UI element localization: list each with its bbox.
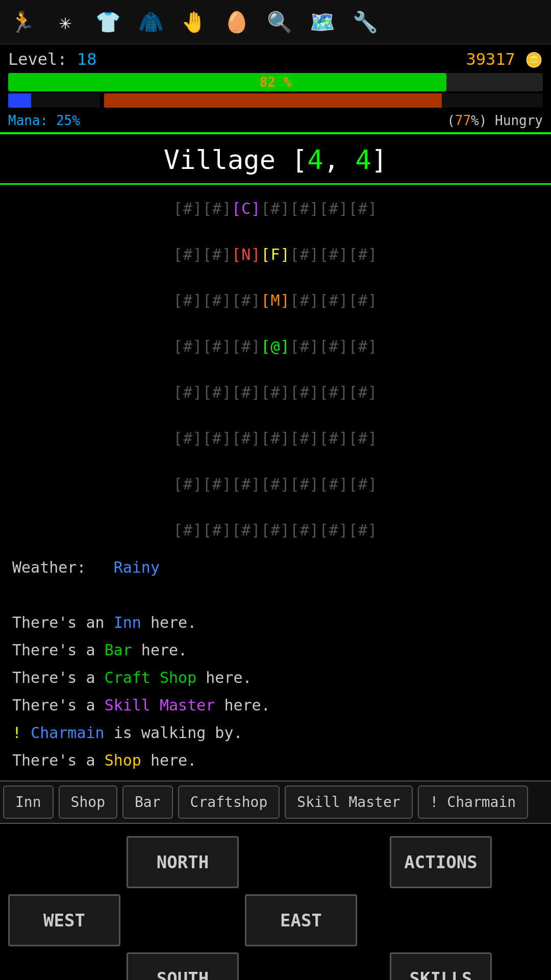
navigation-area: NORTH WEST EAST SOUTH ACTIONS SKILLS	[0, 824, 551, 980]
map-row-0: [#][#][C][#][#][#][#]	[0, 197, 551, 220]
actions-button[interactable]: ACTIONS	[390, 836, 492, 888]
craft-shop-name: Craft Shop	[105, 669, 197, 687]
egg-icon[interactable]: 🥚	[216, 4, 257, 40]
magic-hand-icon[interactable]: 🤚	[173, 4, 214, 40]
radiance-icon[interactable]: ✳️	[45, 4, 86, 40]
xp-bar: 82 %	[8, 73, 543, 91]
east-button[interactable]: EAST	[245, 894, 357, 946]
loc-y: 4	[356, 144, 371, 175]
shop-line: There's a Shop here.	[12, 747, 539, 774]
description-area: Weather: Rainy There's an Inn here. Ther…	[0, 548, 551, 780]
map-row-3: [#][#][#][@][#][#][#]	[0, 335, 551, 358]
mana-bar	[8, 93, 100, 108]
bar-line: There's a Bar here.	[12, 636, 539, 664]
quick-btn-craftshop[interactable]: Craftshop	[178, 786, 280, 819]
charmain-line: ! Charmain is walking by.	[12, 719, 539, 747]
level-label: Level: 18	[8, 50, 96, 69]
map-area: [#][#][C][#][#][#][#] [#][#][N][F][#][#]…	[0, 185, 551, 548]
skills-button[interactable]: SKILLS	[390, 952, 492, 980]
hunger-bar-fill	[104, 93, 442, 108]
map-row-7: [#][#][#][#][#][#][#]	[0, 519, 551, 542]
loc-name: Village [	[164, 144, 308, 175]
hunger-label: (77%) Hungry	[447, 113, 543, 128]
quick-btn-inn[interactable]: Inn	[3, 786, 54, 819]
map-icon[interactable]: 🗺️	[302, 4, 343, 40]
search-icon[interactable]: 🔍	[259, 4, 300, 40]
quick-btn-skillmaster[interactable]: Skill Master	[285, 786, 412, 819]
south-button[interactable]: SOUTH	[127, 952, 239, 980]
charmain-name: Charmain	[31, 724, 105, 742]
xp-bar-fill	[8, 73, 446, 91]
location-bar: Village [4, 4]	[0, 134, 551, 185]
quick-buttons-bar: Inn Shop Bar Craftshop Skill Master ! Ch…	[0, 780, 551, 824]
map-row-2: [#][#][#][M][#][#][#]	[0, 289, 551, 312]
wrench-icon[interactable]: 🔧	[345, 4, 386, 40]
location-title: Village [4, 4]	[164, 144, 387, 175]
weather-value: Rainy	[114, 558, 160, 576]
bar-name: Bar	[105, 641, 132, 659]
mana-label: Mana: 25%	[8, 113, 80, 128]
quick-btn-shop[interactable]: Shop	[59, 786, 117, 819]
north-button[interactable]: NORTH	[127, 836, 239, 888]
map-row-1: [#][#][N][F][#][#][#]	[0, 243, 551, 266]
weather-label: Weather:	[12, 558, 86, 576]
xp-label: 82 %	[260, 75, 292, 90]
skill-master-name: Skill Master	[105, 696, 215, 714]
quick-btn-bar[interactable]: Bar	[122, 786, 173, 819]
nav-grid: NORTH WEST EAST SOUTH ACTIONS SKILLS	[8, 836, 543, 980]
gold-value: 39317	[466, 50, 515, 69]
map-row-4: [#][#][#][#][#][#][#]	[0, 381, 551, 404]
inn-line: There's an Inn here.	[12, 609, 539, 636]
mana-bar-fill	[8, 93, 31, 108]
level-value: 18	[77, 50, 97, 69]
loc-x: 4	[308, 144, 323, 175]
quick-btn-charmain[interactable]: ! Charmain	[418, 786, 529, 819]
cloak-icon[interactable]: 🧥	[131, 4, 171, 40]
hunger-bar	[104, 93, 543, 108]
craft-line: There's a Craft Shop here.	[12, 664, 539, 692]
gold-display: 39317 🪙	[466, 50, 543, 69]
character-icon[interactable]: 🏃	[2, 4, 43, 40]
west-button[interactable]: WEST	[8, 894, 120, 946]
status-bar: Level: 18 39317 🪙 82 % Mana: 25% (77%) H…	[0, 44, 551, 132]
shop-name: Shop	[105, 751, 141, 769]
exclaim-icon: !	[12, 724, 21, 742]
gold-icon: 🪙	[525, 52, 543, 68]
map-row-5: [#][#][#][#][#][#][#]	[0, 427, 551, 450]
skill-line: There's a Skill Master here.	[12, 692, 539, 719]
mana-hunger-row	[8, 93, 543, 108]
map-row-6: [#][#][#][#][#][#][#]	[0, 473, 551, 496]
inn-name: Inn	[114, 614, 141, 631]
weather-line: Weather: Rainy	[12, 554, 539, 581]
top-icon-bar: 🏃 ✳️ 👕 🧥 🤚 🥚 🔍 🗺️ 🔧	[0, 0, 551, 44]
armor-icon[interactable]: 👕	[88, 4, 129, 40]
